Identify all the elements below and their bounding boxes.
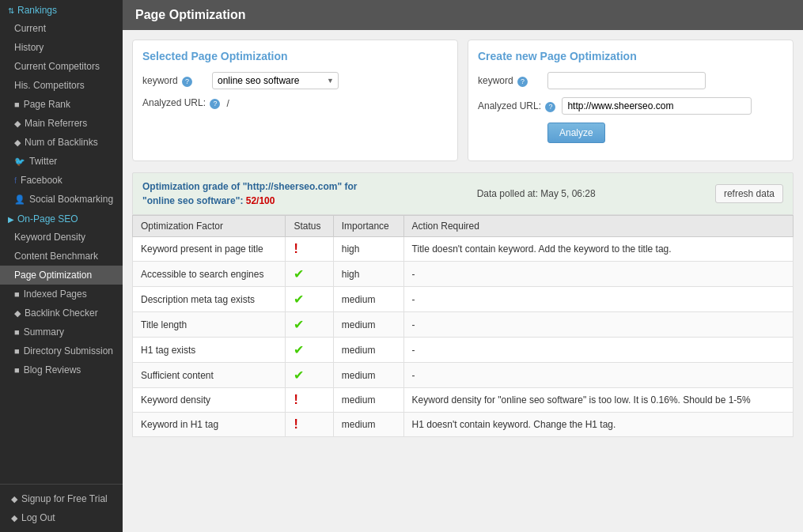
sidebar-item-current-competitors[interactable]: Current Competitors xyxy=(0,57,123,76)
sidebar-item-directory-submission[interactable]: ■ Directory Submission xyxy=(0,341,123,360)
sidebar-logout-label: Log Out xyxy=(21,512,55,523)
selected-keyword-help-icon[interactable]: ? xyxy=(182,77,192,87)
top-panels: Selected Page Optimization keyword ? onl… xyxy=(132,40,794,161)
col-importance: Importance xyxy=(333,216,403,237)
cell-importance: medium xyxy=(333,363,403,388)
ok-icon: ✔ xyxy=(294,368,304,382)
sidebar-item-logout[interactable]: ◆ Log Out xyxy=(0,508,123,527)
error-icon: ! xyxy=(294,393,297,406)
col-factor: Optimization Factor xyxy=(133,216,286,237)
cell-factor: Keyword density xyxy=(133,388,286,413)
sidebar-item-main-referrers[interactable]: ◆ Main Referrers xyxy=(0,114,123,133)
table-row: Title length✔medium- xyxy=(133,312,794,338)
social-bookmarking-icon: 👤 xyxy=(14,194,25,205)
cell-importance: medium xyxy=(333,388,403,413)
refresh-button[interactable]: refresh data xyxy=(715,184,783,203)
poll-text: Data polled at: May 5, 06:28 xyxy=(477,188,596,199)
sidebar-item-content-benchmark[interactable]: Content Benchmark xyxy=(0,247,123,266)
cell-status: ! xyxy=(286,388,333,413)
table-row: H1 tag exists✔medium- xyxy=(133,338,794,363)
table-row: Accessible to search engines✔high- xyxy=(133,262,794,287)
col-action: Action Required xyxy=(403,216,793,237)
optimization-table: Optimization Factor Status Importance Ac… xyxy=(132,215,794,437)
facebook-icon: f xyxy=(14,175,17,185)
cell-importance: medium xyxy=(333,287,403,312)
directory-submission-icon: ■ xyxy=(14,346,20,356)
cell-importance: high xyxy=(333,262,403,287)
sidebar-item-signup[interactable]: ◆ Signup for Free Trial xyxy=(0,489,123,508)
cell-factor: Keyword in H1 tag xyxy=(133,413,286,437)
grade-line2: "online seo software": 52/100 xyxy=(142,194,357,208)
create-url-row: Analyzed URL: ? xyxy=(478,97,783,115)
content-area: Selected Page Optimization keyword ? onl… xyxy=(123,30,803,532)
create-url-help-icon[interactable]: ? xyxy=(545,102,555,112)
sidebar-item-history[interactable]: History xyxy=(0,38,123,57)
grade-line1: Optimization grade of "http://sheerseo.c… xyxy=(142,179,357,194)
sidebar-rankings[interactable]: ⇅ Rankings xyxy=(0,0,123,19)
create-url-label: Analyzed URL: ? xyxy=(478,100,555,112)
cell-factor: Keyword present in page title xyxy=(133,237,286,262)
selected-keyword-row: keyword ? online seo software xyxy=(142,72,448,89)
sidebar-item-twitter[interactable]: 🐦 Twitter xyxy=(0,152,123,171)
sidebar-indexed-pages-label: Indexed Pages xyxy=(24,289,87,300)
sidebar-keyword-density-label: Keyword Density xyxy=(14,232,85,243)
analyze-button[interactable]: Analyze xyxy=(547,123,605,143)
cell-factor: H1 tag exists xyxy=(133,338,286,363)
table-row: Sufficient content✔medium- xyxy=(133,363,794,388)
cell-action: - xyxy=(403,312,793,338)
sidebar-blog-reviews-label: Blog Reviews xyxy=(24,364,81,375)
sidebar-current-competitors-label: Current Competitors xyxy=(14,61,100,72)
main-content: Page Optimization Selected Page Optimiza… xyxy=(123,0,803,532)
sidebar-current-label: Current xyxy=(14,23,46,34)
sidebar-num-backlinks-label: Num of Backlinks xyxy=(25,137,98,148)
selected-panel-title: Selected Page Optimization xyxy=(142,50,448,62)
cell-action: - xyxy=(403,287,793,312)
keyword-select[interactable]: online seo software xyxy=(212,72,339,89)
sidebar-item-page-optimization[interactable]: Page Optimization xyxy=(0,266,123,285)
error-icon: ! xyxy=(294,242,297,255)
sidebar-item-page-rank[interactable]: ■ Page Rank xyxy=(0,95,123,114)
keyword-select-wrapper[interactable]: online seo software xyxy=(212,72,339,89)
cell-importance: medium xyxy=(333,338,403,363)
sidebar-signup-label: Signup for Free Trial xyxy=(21,493,108,504)
sidebar-item-backlink-checker[interactable]: ◆ Backlink Checker xyxy=(0,304,123,323)
create-keyword-input[interactable] xyxy=(547,72,706,89)
sidebar-item-indexed-pages[interactable]: ■ Indexed Pages xyxy=(0,285,123,304)
selected-url-value: / xyxy=(226,98,229,109)
sidebar-item-social-bookmarking[interactable]: 👤 Social Bookmarking xyxy=(0,190,123,209)
cell-status: ! xyxy=(286,413,333,437)
sidebar-twitter-label: Twitter xyxy=(29,156,57,167)
sidebar-page-rank-label: Page Rank xyxy=(24,99,70,110)
sidebar-content-benchmark-label: Content Benchmark xyxy=(14,251,98,262)
sidebar-item-facebook[interactable]: f Facebook xyxy=(0,171,123,190)
col-status: Status xyxy=(286,216,333,237)
signup-icon: ◆ xyxy=(11,494,17,504)
create-keyword-help-icon[interactable]: ? xyxy=(517,77,528,87)
sidebar-item-current[interactable]: Current xyxy=(0,19,123,38)
cell-importance: medium xyxy=(333,312,403,338)
grade-info: Optimization grade of "http://sheerseo.c… xyxy=(142,179,357,208)
sidebar-facebook-label: Facebook xyxy=(21,175,62,186)
onpage-seo-arrow-icon: ▶ xyxy=(8,215,14,224)
sidebar-item-his-competitors[interactable]: His. Competitors xyxy=(0,76,123,95)
cell-action: Keyword density for "online seo software… xyxy=(403,388,793,413)
sidebar-main-referrers-label: Main Referrers xyxy=(25,118,87,129)
sidebar-item-summary[interactable]: ■ Summary xyxy=(0,323,123,341)
cell-factor: Accessible to search engines xyxy=(133,262,286,287)
create-keyword-row: keyword ? xyxy=(478,72,783,89)
sidebar-item-blog-reviews[interactable]: ■ Blog Reviews xyxy=(0,360,123,379)
cell-factor: Sufficient content xyxy=(133,363,286,388)
sidebar: ⇅ Rankings Current History Current Compe… xyxy=(0,0,123,532)
cell-action: H1 doesn't contain keyword. Change the H… xyxy=(403,413,793,437)
sidebar-item-num-backlinks[interactable]: ◆ Num of Backlinks xyxy=(0,133,123,152)
sidebar-onpage-seo-label: On-Page SEO xyxy=(17,213,78,224)
sidebar-item-keyword-density[interactable]: Keyword Density xyxy=(0,228,123,247)
selected-url-help-icon[interactable]: ? xyxy=(210,99,220,109)
table-row: Keyword in H1 tag!mediumH1 doesn't conta… xyxy=(133,413,794,437)
sidebar-onpage-seo[interactable]: ▶ On-Page SEO xyxy=(0,209,123,228)
sidebar-summary-label: Summary xyxy=(24,326,64,338)
create-url-input[interactable] xyxy=(562,97,752,115)
rankings-arrow-icon: ⇅ xyxy=(8,6,14,15)
blog-reviews-icon: ■ xyxy=(14,365,20,375)
cell-status: ! xyxy=(286,237,333,262)
